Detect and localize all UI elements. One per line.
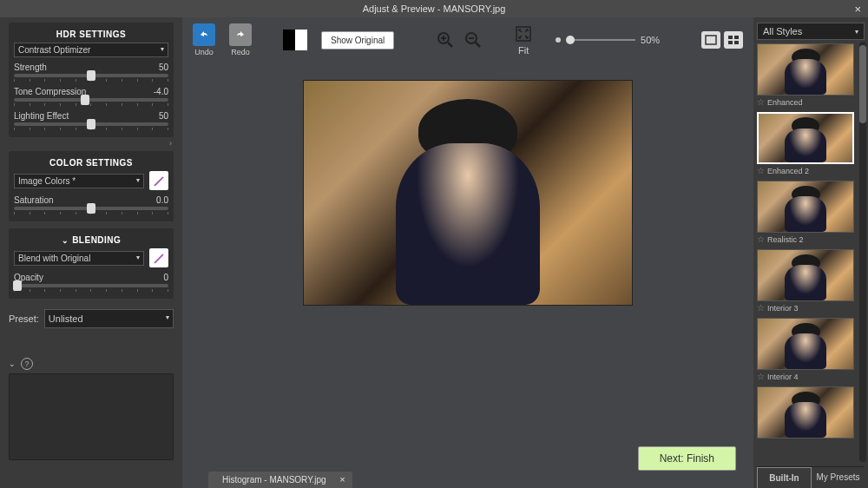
preview-panel: Undo Redo Show Original Fit [182,17,753,488]
star-icon[interactable]: ☆ [757,372,765,381]
color-header: COLOR SETTINGS [14,155,168,171]
zoom-in-icon[interactable] [436,30,455,49]
svg-rect-8 [706,36,716,44]
hdr-settings-section: HDR SETTINGS Contrast Optimizer▾ Strengt… [9,23,174,137]
show-original-button[interactable]: Show Original [321,31,394,49]
style-thumb[interactable]: ☆Realistic 2 [757,181,854,246]
style-thumb[interactable]: ☆Enhanced 2 [757,112,854,177]
toolbar: Undo Redo Show Original Fit [182,17,753,63]
preset-dropdown[interactable]: Unlisted▾ [44,309,174,328]
star-icon[interactable]: ☆ [757,166,765,175]
zoom-slider[interactable]: 50% [556,35,660,45]
slider-opacity[interactable]: Opacity0 [14,273,168,292]
style-thumb[interactable]: ☆Interior 4 [757,318,854,383]
color-swatch[interactable] [283,30,307,50]
star-icon[interactable]: ☆ [757,97,765,107]
slider-tone-compression[interactable]: Tone Compression-4.0 [14,87,168,106]
expand-icon[interactable]: › [9,139,172,148]
svg-line-1 [448,43,452,47]
undo-button[interactable]: Undo [193,23,215,56]
help-icon[interactable]: ? [21,358,33,370]
svg-rect-9 [728,36,733,39]
histogram-tab[interactable]: Histogram - MANSORY.jpg × [208,472,352,488]
eyedropper-icon[interactable] [149,248,168,267]
window-title: Adjust & Preview - MANSORY.jpg [363,3,506,14]
redo-button[interactable]: Redo [229,23,252,56]
close-icon[interactable]: × [339,474,345,485]
slider-lighting-effect[interactable]: Lighting Effect50 [14,111,168,130]
zoom-out-icon[interactable] [464,30,483,49]
svg-rect-10 [734,36,739,39]
svg-rect-11 [728,41,733,44]
styles-dropdown[interactable]: All Styles▾ [757,23,865,40]
svg-rect-7 [516,27,530,41]
star-icon[interactable]: ☆ [757,303,765,313]
canvas-area[interactable] [182,63,753,488]
eyedropper-icon[interactable] [149,171,168,190]
style-thumb[interactable] [757,386,854,439]
slider-saturation[interactable]: Saturation0.0 [14,195,168,214]
hdr-method-dropdown[interactable]: Contrast Optimizer▾ [14,43,168,57]
grid-view-icon[interactable] [724,31,743,49]
blend-header: ⌄BLENDING [14,232,168,248]
blend-method-dropdown[interactable]: Blend with Original▾ [14,251,144,266]
tab-builtin[interactable]: Built-In [757,467,812,488]
info-box [9,373,174,460]
single-view-icon[interactable] [701,31,720,49]
style-thumb[interactable]: ☆Interior 3 [757,249,854,314]
hdr-header: HDR SETTINGS [14,26,168,43]
close-icon[interactable]: × [854,3,861,16]
fit-button[interactable]: Fit [514,24,533,56]
style-thumb[interactable]: ☆Enhanced [757,43,854,109]
zoom-percentage: 50% [641,35,660,45]
preset-row: Preset: Unlisted▾ [9,309,174,328]
scrollbar[interactable] [859,42,866,462]
svg-line-5 [476,43,480,47]
preset-label: Preset: [9,313,39,324]
blending-section: ⌄BLENDING Blend with Original▾ Opacity0 [9,228,174,299]
tab-mypresets[interactable]: My Presets [812,467,865,488]
slider-strength[interactable]: Strength50 [14,63,168,82]
preview-image [303,80,633,306]
next-finish-button[interactable]: Next: Finish [638,446,736,471]
color-method-dropdown[interactable]: Image Colors *▾ [14,174,144,188]
star-icon[interactable]: ☆ [757,234,765,244]
titlebar: Adjust & Preview - MANSORY.jpg × [0,0,868,17]
svg-rect-12 [734,41,739,44]
settings-panel: HDR SETTINGS Contrast Optimizer▾ Strengt… [0,17,182,488]
chevron-down-icon[interactable]: ⌄ [9,359,16,368]
color-settings-section: COLOR SETTINGS Image Colors *▾ Saturatio… [9,151,174,221]
styles-panel: All Styles▾ ☆Enhanced ☆Enhanced 2 ☆Reali… [753,17,868,488]
